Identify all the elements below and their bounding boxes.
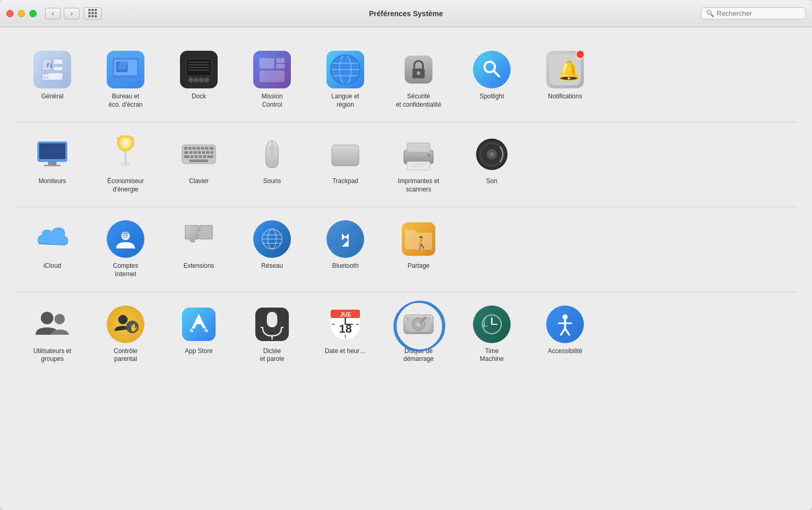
- minimize-button[interactable]: [18, 10, 25, 17]
- grid-icon: [88, 9, 97, 18]
- svg-rect-43: [44, 165, 61, 166]
- svg-rect-57: [184, 151, 188, 154]
- titlebar: ‹ › Préférences Système 🔍: [0, 0, 812, 27]
- svg-rect-19: [188, 67, 209, 68]
- search-box[interactable]: 🔍: [701, 7, 806, 19]
- svg-rect-77: [410, 164, 427, 165]
- svg-rect-65: [190, 155, 194, 158]
- pref-extensions[interactable]: Extensions: [162, 215, 235, 276]
- icloud-label: iCloud: [43, 262, 61, 270]
- partage-label: Partage: [408, 262, 430, 270]
- svg-point-13: [188, 77, 194, 83]
- back-button[interactable]: ‹: [45, 8, 61, 19]
- pref-langue[interactable]: Langue etrégion: [309, 46, 382, 114]
- pref-spotlight[interactable]: Spotlight: [455, 46, 528, 106]
- svg-rect-101: [267, 312, 277, 327]
- svg-point-129: [562, 314, 568, 320]
- disque-icon: [400, 305, 437, 343]
- pref-trackpad[interactable]: Trackpad: [309, 130, 382, 191]
- langue-label: Langue etrégion: [331, 93, 359, 109]
- svg-rect-17: [188, 62, 209, 63]
- pref-reseau[interactable]: Réseau: [235, 215, 309, 276]
- grid-view-button[interactable]: [84, 7, 102, 20]
- pref-timemachine[interactable]: TimeMachine: [455, 300, 528, 369]
- pref-imprimantes[interactable]: Imprimantes etscanners: [382, 130, 455, 199]
- svg-point-118: [412, 318, 425, 331]
- pref-dictee[interactable]: Dictéeet parole: [235, 300, 309, 369]
- svg-text:✋: ✋: [129, 323, 139, 332]
- pref-son[interactable]: Son: [455, 130, 528, 191]
- comptes-icon: @: [107, 220, 144, 258]
- svg-rect-73: [332, 145, 359, 166]
- partage-icon: 🚶: [400, 220, 437, 258]
- bureau-icon: [107, 51, 144, 88]
- pref-icloud[interactable]: iCloud: [16, 215, 89, 276]
- svg-point-34: [417, 71, 421, 75]
- traffic-lights: [6, 10, 37, 17]
- svg-rect-54: [201, 147, 204, 150]
- pref-controle[interactable]: ✋ Contrôleparental: [89, 300, 162, 369]
- appstore-label: App Store: [185, 347, 212, 356]
- svg-rect-66: [195, 155, 198, 158]
- pref-partage[interactable]: 🚶 Partage: [382, 215, 455, 276]
- svg-rect-2: [53, 66, 63, 71]
- svg-point-95: [118, 315, 128, 324]
- svg-point-94: [54, 314, 65, 324]
- extensions-label: Extensions: [184, 262, 215, 270]
- pref-general[interactable]: Fi New One Général: [16, 46, 89, 106]
- notifications-icon: 🔔: [546, 51, 584, 88]
- eco-label: Économiseurd'énergie: [107, 177, 144, 194]
- spotlight-icon: [473, 51, 511, 88]
- svg-rect-1: [53, 59, 63, 64]
- pref-moniteurs[interactable]: Moniteurs: [16, 130, 89, 191]
- svg-point-16: [204, 77, 209, 83]
- reseau-icon: [253, 220, 291, 258]
- notifications-label: Notifications: [548, 93, 582, 101]
- close-button[interactable]: [6, 10, 14, 17]
- pref-appstore[interactable]: App Store: [162, 300, 235, 361]
- utilisateurs-icon: [33, 305, 71, 343]
- pref-clavier[interactable]: Clavier: [162, 130, 235, 191]
- pref-accessibilite[interactable]: Accessibilité: [528, 300, 602, 361]
- souris-icon: [253, 135, 291, 173]
- pref-notifications[interactable]: 🔔 Notifications: [528, 46, 602, 106]
- pref-securite[interactable]: Sécuritéet confidentialité: [382, 46, 455, 114]
- moniteurs-label: Moniteurs: [39, 177, 66, 186]
- pref-date[interactable]: JUE 18 Date et heur…: [309, 300, 382, 361]
- pref-bureau[interactable]: Bureau etéco. d'écran: [89, 46, 162, 114]
- section-internet: iCloud @ ComptesInternet: [16, 207, 796, 292]
- svg-text:@: @: [122, 231, 129, 239]
- securite-label: Sécuritéet confidentialité: [396, 93, 442, 109]
- pref-eco[interactable]: Économiseurd'énergie: [89, 130, 162, 199]
- pref-mission[interactable]: MissionControl: [235, 46, 309, 114]
- timemachine-label: TimeMachine: [480, 347, 503, 364]
- system-preferences-window: ‹ › Préférences Système 🔍: [0, 0, 812, 510]
- pref-dock[interactable]: Dock: [162, 46, 235, 106]
- svg-point-83: [490, 152, 494, 156]
- section-personal: Fi New One Général: [16, 38, 796, 122]
- trackpad-icon: [326, 135, 364, 173]
- pref-disque[interactable]: Disque dedémarrage: [382, 300, 455, 369]
- pref-bluetooth[interactable]: Bluetooth: [309, 215, 382, 276]
- bluetooth-label: Bluetooth: [332, 262, 359, 270]
- reseau-label: Réseau: [261, 262, 283, 270]
- svg-line-120: [420, 318, 425, 323]
- maximize-button[interactable]: [29, 10, 37, 17]
- svg-rect-41: [39, 143, 65, 159]
- date-label: Date et heur…: [325, 347, 366, 356]
- imprimantes-label: Imprimantes etscanners: [398, 177, 439, 194]
- pref-comptes[interactable]: @ ComptesInternet: [89, 215, 162, 284]
- clavier-label: Clavier: [189, 177, 208, 186]
- forward-button[interactable]: ›: [64, 8, 80, 19]
- clavier-icon: [180, 135, 218, 173]
- bluetooth-icon: [326, 220, 364, 258]
- pref-souris[interactable]: Souris: [235, 130, 309, 191]
- son-icon: [473, 135, 511, 173]
- section-system-items: Utilisateurs etgroupes ✋ C: [16, 300, 796, 369]
- svg-line-47: [132, 138, 134, 139]
- general-icon: Fi New One: [33, 51, 71, 88]
- search-input[interactable]: [717, 9, 801, 17]
- nav-buttons: ‹ ›: [45, 8, 80, 19]
- trackpad-label: Trackpad: [332, 177, 358, 186]
- pref-utilisateurs[interactable]: Utilisateurs etgroupes: [16, 300, 89, 369]
